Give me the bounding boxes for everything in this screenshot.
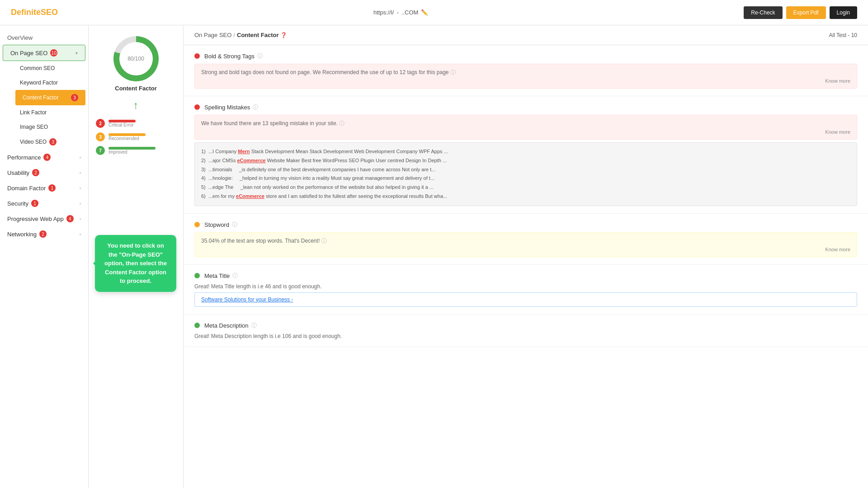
edit-url-icon[interactable]: ✏️ bbox=[421, 9, 428, 16]
logo-definite: Definite bbox=[11, 8, 41, 17]
spelling-msg-info[interactable]: ⓘ bbox=[339, 120, 344, 127]
sidebar-sub-image-seo[interactable]: Image SEO bbox=[13, 120, 88, 134]
sidebar-item-overview[interactable]: OverView bbox=[0, 31, 88, 45]
header-actions: Re-Check Export Pdf Login bbox=[744, 6, 857, 19]
stopword-result-box: 35.04% of the text are stop words. That'… bbox=[194, 232, 857, 257]
stopword-info-icon[interactable]: ⓘ bbox=[232, 221, 237, 229]
breadcrumb-separator: / bbox=[233, 32, 235, 38]
bold-info-icon[interactable]: ⓘ bbox=[257, 52, 263, 60]
keyword-factor-label: Keyword Factor bbox=[20, 80, 58, 86]
url-bar: https://l/ - ..COM ✏️ bbox=[373, 9, 428, 16]
bold-msg-info[interactable]: ⓘ bbox=[450, 69, 456, 75]
score-title: Content Factor bbox=[115, 85, 156, 92]
link-factor-label: Link Factor bbox=[20, 109, 47, 116]
sidebar-item-on-page-seo[interactable]: On Page SEO 10 ▾ bbox=[3, 45, 85, 61]
usability-badge: 2 bbox=[32, 169, 39, 176]
status-dot-spelling bbox=[194, 104, 200, 110]
export-button[interactable]: Export Pdf bbox=[786, 6, 826, 19]
scroll-container[interactable]: Bold & Strong Tags ⓘ Strong and bold tag… bbox=[184, 45, 868, 347]
meta-title-info-icon[interactable]: ⓘ bbox=[232, 272, 238, 280]
sidebar-sub-link-factor[interactable]: Link Factor bbox=[13, 105, 88, 120]
spelling-item-1: 1) ...I Company Mern Stack Development M… bbox=[201, 147, 850, 156]
sidebar-sub-common-seo[interactable]: Common SEO bbox=[13, 61, 88, 75]
spelling-item-2: 2) ...ajor CMSs eCommerce Website Maker … bbox=[201, 156, 850, 165]
sidebar-sub-items: Common SEO Keyword Factor Content Factor… bbox=[0, 61, 88, 150]
meta-title-message: Great! Meta Title length is i.e 46 and i… bbox=[194, 283, 857, 290]
legend-critical: 2 Critical Error bbox=[96, 119, 176, 128]
spelling-label: Spelling Mistakes bbox=[204, 104, 250, 111]
spelling-highlight-1: Mern bbox=[238, 149, 250, 154]
spelling-item-4: 4) ...hnologie: _helped in turning my vi… bbox=[201, 174, 850, 183]
networking-label: Networking bbox=[7, 231, 37, 238]
score-legend: 2 Critical Error 3 Recommended 7 Improve… bbox=[96, 119, 176, 155]
stopword-know-more[interactable]: Know more bbox=[201, 247, 850, 252]
stopword-message: 35.04% of the text are stop words. That'… bbox=[201, 237, 850, 245]
usability-label-row: Usability 2 bbox=[7, 169, 39, 176]
test-meta-desc-header: Meta Description ⓘ bbox=[194, 322, 857, 329]
pwa-label: Progressive Web App bbox=[7, 216, 64, 222]
gauge-inner: 80/100 bbox=[119, 42, 153, 75]
stopword-msg-info[interactable]: ⓘ bbox=[321, 238, 327, 244]
usability-chevron: › bbox=[80, 170, 81, 175]
sidebar-item-progressive-web-app[interactable]: Progressive Web App 4 › bbox=[0, 211, 88, 226]
sidebar-item-usability[interactable]: Usability 2 › bbox=[0, 165, 88, 180]
spelling-item-6: 6) ...em for my eCommerce store and I am… bbox=[201, 192, 850, 201]
test-item-spelling: Spelling Mistakes ⓘ We have found there … bbox=[184, 96, 868, 214]
networking-chevron: › bbox=[80, 232, 81, 237]
spelling-result-box: We have found there are 13 spelling mist… bbox=[194, 115, 857, 140]
sidebar-sub-video-seo[interactable]: Video SEO 3 bbox=[13, 134, 88, 150]
gauge-score: 80 bbox=[127, 56, 133, 62]
arrow-up-indicator: ↑ bbox=[96, 99, 176, 112]
sidebar-item-domain-factor[interactable]: Domain Factor 1 › bbox=[0, 180, 88, 196]
logo-seo: SEO bbox=[41, 8, 58, 17]
test-name-bold: Bold & Strong Tags ⓘ bbox=[204, 52, 263, 60]
test-spelling-header: Spelling Mistakes ⓘ bbox=[194, 103, 857, 111]
test-item-stopword: Stopword ⓘ 35.04% of the text are stop w… bbox=[184, 214, 868, 265]
sidebar-sub-keyword-factor[interactable]: Keyword Factor bbox=[13, 75, 88, 90]
networking-label-row: Networking 2 bbox=[7, 230, 47, 238]
content-panel: On Page SEO / Content Factor ❓ All Test … bbox=[184, 25, 868, 488]
bold-know-more[interactable]: Know more bbox=[201, 78, 850, 84]
legend-dot-critical: 2 bbox=[96, 119, 105, 128]
on-page-seo-badge: 10 bbox=[50, 49, 57, 56]
domain-factor-chevron: › bbox=[80, 186, 81, 191]
gauge-suffix: /100 bbox=[134, 56, 144, 62]
performance-label-row: Performance 4 bbox=[7, 154, 51, 161]
legend-label-critical: Critical Error bbox=[108, 122, 176, 127]
sidebar-item-networking[interactable]: Networking 2 › bbox=[0, 226, 88, 242]
sidebar-sub-content-factor[interactable]: Content Factor 3 bbox=[15, 90, 85, 105]
breadcrumb-parent[interactable]: On Page SEO bbox=[194, 32, 231, 38]
spelling-message: We have found there are 13 spelling mist… bbox=[201, 120, 850, 127]
bold-result-box: Strong and bold tags does not found on p… bbox=[194, 64, 857, 89]
usability-label: Usability bbox=[7, 169, 29, 176]
spelling-info-icon[interactable]: ⓘ bbox=[253, 103, 258, 111]
header: DefiniteSEO https://l/ - ..COM ✏️ Re-Che… bbox=[0, 0, 868, 25]
status-dot-meta-desc bbox=[194, 323, 200, 328]
sidebar-item-security[interactable]: Security 1 › bbox=[0, 196, 88, 211]
test-bold-header: Bold & Strong Tags ⓘ bbox=[194, 52, 857, 60]
domain-factor-badge: 1 bbox=[48, 184, 56, 192]
legend-dot-recommended: 3 bbox=[96, 132, 105, 141]
stopword-label: Stopword bbox=[204, 221, 229, 228]
video-seo-badge: 3 bbox=[49, 138, 57, 145]
login-button[interactable]: Login bbox=[830, 6, 857, 19]
spelling-highlight-2: eCommerce bbox=[237, 158, 265, 163]
domain-factor-label-row: Domain Factor 1 bbox=[7, 184, 56, 192]
breadcrumb-info-icon[interactable]: ❓ bbox=[280, 32, 287, 38]
meta-desc-info-icon[interactable]: ⓘ bbox=[251, 322, 257, 329]
meta-title-value: Software Solutions for your Business - bbox=[194, 292, 857, 307]
all-test-count: All Test - 10 bbox=[829, 32, 857, 38]
url-prefix: https://l/ bbox=[373, 9, 394, 16]
gauge-circle: 80/100 bbox=[113, 36, 159, 81]
meta-desc-message: Great! Meta Description length is i.e 10… bbox=[194, 333, 857, 339]
common-seo-label: Common SEO bbox=[20, 65, 55, 71]
recheck-button[interactable]: Re-Check bbox=[744, 6, 782, 19]
sidebar-item-performance[interactable]: Performance 4 › bbox=[0, 150, 88, 165]
spelling-know-more[interactable]: Know more bbox=[201, 129, 850, 135]
spelling-item-3: 3) ...timonials _is definitely one of th… bbox=[201, 165, 850, 174]
test-item-meta-title: Meta Title ⓘ Great! Meta Title length is… bbox=[184, 265, 868, 314]
legend-bar-wrap-recommended: Recommended bbox=[108, 133, 176, 141]
sidebar: OverView On Page SEO 10 ▾ Common SEO Key… bbox=[0, 25, 89, 488]
test-name-meta-title: Meta Title ⓘ bbox=[204, 272, 238, 280]
security-label-row: Security 1 bbox=[7, 200, 38, 207]
